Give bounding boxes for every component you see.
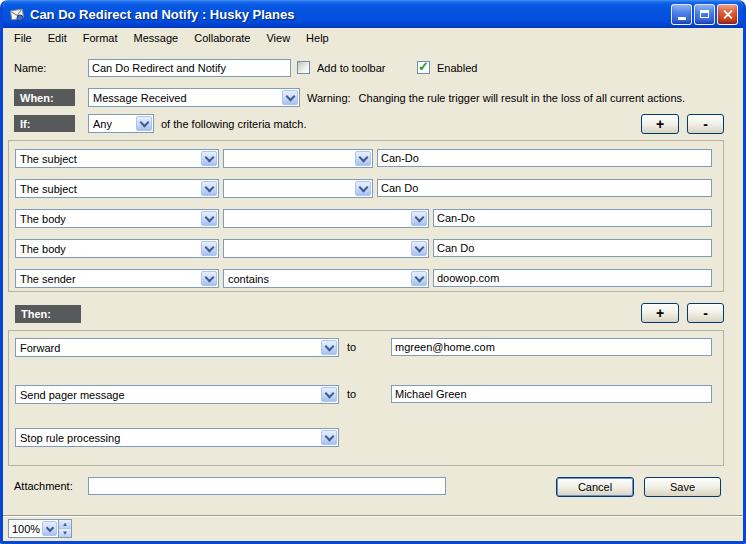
attachment-label: Attachment: — [14, 480, 73, 492]
close-icon — [722, 9, 733, 20]
name-label: Name: — [14, 62, 46, 74]
then-label: Then: — [15, 305, 81, 323]
criteria-value-input[interactable] — [377, 149, 712, 167]
criteria-operator-value: contains — [224, 273, 410, 285]
criteria-value-input[interactable] — [433, 239, 712, 257]
action-target-input[interactable] — [391, 385, 712, 403]
chevron-down-icon — [201, 151, 217, 166]
chevron-down-icon — [411, 241, 427, 256]
criteria-field-value: The subject — [16, 153, 200, 165]
remove-action-button[interactable]: - — [687, 303, 724, 323]
criteria-field-value: The subject — [16, 183, 200, 195]
menu-item-help[interactable]: Help — [298, 30, 337, 46]
match-mode-value: Any — [89, 118, 135, 130]
attachment-input[interactable] — [88, 477, 446, 495]
criteria-operator-select[interactable] — [223, 179, 373, 198]
rule-editor-window: Can Do Redirect and Notify : Husky Plane… — [0, 0, 746, 544]
minimize-icon — [678, 17, 686, 20]
add-to-toolbar-checkbox[interactable] — [297, 61, 310, 74]
chevron-down-icon — [355, 151, 371, 166]
actions-panel: Forward to Send pager message to Stop ru… — [8, 330, 724, 466]
status-bar: 100% ▲ ▼ — [3, 515, 743, 541]
add-to-toolbar-label: Add to toolbar — [317, 62, 386, 74]
menu-item-file[interactable]: File — [6, 30, 40, 46]
chevron-down-icon — [201, 211, 217, 226]
menu-item-format[interactable]: Format — [75, 30, 126, 46]
when-trigger-select[interactable]: Message Received — [88, 88, 300, 107]
chevron-down-icon — [282, 90, 298, 105]
enabled-checkbox[interactable]: ✓ — [417, 61, 430, 74]
when-trigger-value: Message Received — [89, 92, 281, 104]
action-value: Send pager message — [16, 389, 320, 401]
chevron-down-icon — [411, 271, 427, 286]
match-mode-suffix: of the following criteria match. — [161, 118, 307, 130]
window-title: Can Do Redirect and Notify : Husky Plane… — [30, 7, 671, 22]
criteria-field-select[interactable]: The sender — [15, 269, 219, 288]
app-icon — [9, 6, 26, 23]
enabled-label: Enabled — [437, 62, 477, 74]
title-bar: Can Do Redirect and Notify : Husky Plane… — [3, 0, 743, 28]
criteria-field-select[interactable]: The body — [15, 209, 219, 228]
cancel-button[interactable]: Cancel — [556, 477, 634, 497]
zoom-value: 100% — [9, 520, 41, 537]
close-button[interactable] — [717, 4, 738, 25]
match-mode-select[interactable]: Any — [88, 114, 154, 133]
criteria-operator-select[interactable]: contains — [223, 269, 429, 288]
chevron-down-icon — [321, 387, 337, 402]
criteria-field-value: The body — [16, 243, 200, 255]
add-criteria-button[interactable]: + — [641, 114, 679, 134]
menu-item-message[interactable]: Message — [126, 30, 187, 46]
when-label: When: — [14, 89, 75, 106]
action-connector-label: to — [347, 388, 356, 400]
checkmark-icon: ✓ — [418, 60, 429, 73]
menu-item-edit[interactable]: Edit — [40, 30, 75, 46]
chevron-down-icon — [201, 181, 217, 196]
chevron-down-icon[interactable] — [42, 521, 57, 536]
triangle-down-icon[interactable]: ▼ — [59, 529, 71, 537]
chevron-down-icon — [321, 430, 337, 445]
chevron-down-icon — [136, 116, 152, 131]
chevron-down-icon — [201, 271, 217, 286]
criteria-value-input[interactable] — [377, 179, 712, 197]
client-area: Name: Add to toolbar ✓ Enabled When: Mes… — [3, 48, 743, 515]
action-connector-label: to — [347, 341, 356, 353]
if-label: If: — [14, 115, 75, 132]
action-select[interactable]: Stop rule processing — [15, 428, 339, 447]
zoom-control[interactable]: 100% ▲ ▼ — [8, 519, 72, 538]
criteria-value-input[interactable] — [433, 269, 712, 287]
save-button[interactable]: Save — [644, 477, 721, 497]
chevron-down-icon — [411, 211, 427, 226]
trigger-warning-text: Warning:Changing the rule trigger will r… — [307, 92, 685, 104]
minimize-button[interactable] — [671, 4, 692, 25]
remove-criteria-button[interactable]: - — [687, 114, 724, 134]
action-target-input[interactable] — [391, 338, 712, 356]
zoom-spinner[interactable]: ▲ ▼ — [58, 520, 71, 537]
menu-bar: File Edit Format Message Collaborate Vie… — [3, 28, 743, 48]
triangle-up-icon[interactable]: ▲ — [59, 520, 71, 529]
criteria-field-value: The body — [16, 213, 200, 225]
criteria-field-value: The sender — [16, 273, 200, 285]
action-value: Stop rule processing — [16, 432, 320, 444]
menu-item-view[interactable]: View — [258, 30, 298, 46]
menu-item-collaborate[interactable]: Collaborate — [186, 30, 258, 46]
chevron-down-icon — [321, 340, 337, 355]
criteria-value-input[interactable] — [433, 209, 712, 227]
name-input[interactable] — [88, 59, 291, 77]
chevron-down-icon — [201, 241, 217, 256]
action-select[interactable]: Send pager message — [15, 385, 339, 404]
add-action-button[interactable]: + — [641, 303, 679, 323]
criteria-panel: The subject The subject — [8, 140, 724, 292]
chevron-down-icon — [355, 181, 371, 196]
criteria-field-select[interactable]: The body — [15, 239, 219, 258]
maximize-button[interactable] — [694, 4, 715, 25]
criteria-operator-select[interactable] — [223, 149, 373, 168]
criteria-operator-select[interactable] — [223, 209, 429, 228]
criteria-operator-select[interactable] — [223, 239, 429, 258]
criteria-field-select[interactable]: The subject — [15, 179, 219, 198]
action-select[interactable]: Forward — [15, 338, 339, 357]
maximize-icon — [700, 10, 709, 18]
action-value: Forward — [16, 342, 320, 354]
criteria-field-select[interactable]: The subject — [15, 149, 219, 168]
